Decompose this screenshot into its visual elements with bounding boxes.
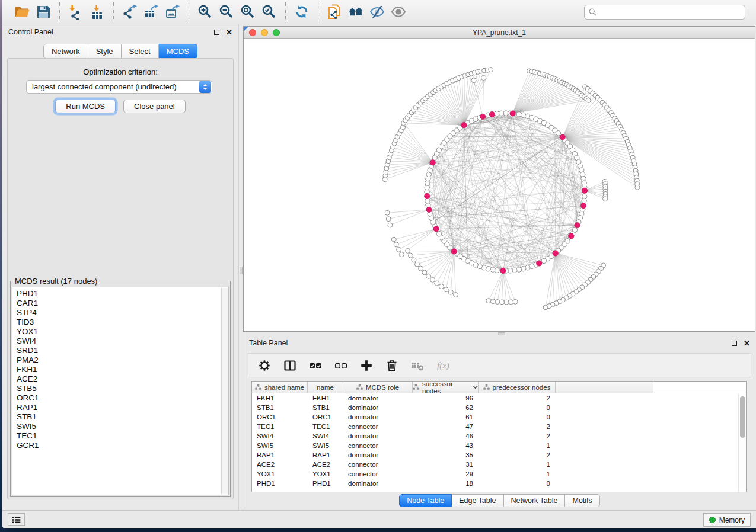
split-pane-button[interactable] <box>282 358 298 373</box>
table-cell[interactable]: dominator <box>343 431 413 441</box>
table-cell[interactable]: dominator <box>343 393 413 403</box>
table-cell[interactable]: FKH1 <box>308 393 343 403</box>
table-cell[interactable]: SWI4 <box>308 431 343 441</box>
search-input[interactable] <box>599 8 745 17</box>
table-cell[interactable] <box>556 469 653 479</box>
mcds-hub-node[interactable] <box>582 188 587 193</box>
mcds-hub-node[interactable] <box>426 207 432 212</box>
table-cell[interactable]: connector <box>343 469 413 479</box>
table-cell[interactable]: 0 <box>479 403 556 412</box>
close-panel-icon[interactable]: ✕ <box>226 28 232 36</box>
mcds-hub-node[interactable] <box>451 249 457 254</box>
mcds-result-item[interactable]: SWI5 <box>17 422 221 431</box>
mcds-result-item[interactable]: STP4 <box>17 308 221 318</box>
table-cell[interactable]: 1 <box>479 441 556 450</box>
table-cell[interactable]: 43 <box>413 441 479 450</box>
tab-network[interactable]: Network <box>43 44 88 59</box>
table-cell[interactable]: PHD1 <box>308 479 343 488</box>
table-cell[interactable]: RAP1 <box>308 450 343 460</box>
table-cell[interactable]: SWI5 <box>252 441 308 450</box>
tab-motifs[interactable]: Motifs <box>565 494 599 507</box>
mcds-hub-node[interactable] <box>461 123 467 128</box>
network-graph[interactable] <box>244 39 755 331</box>
mcds-result-item[interactable]: YOX1 <box>17 327 221 336</box>
mcds-result-list[interactable]: PHD1CAR1STP4TID3YOX1SWI4SRD1PMA2FKH1ACE2… <box>13 288 221 494</box>
table-cell[interactable]: 35 <box>413 450 479 460</box>
mcds-result-item[interactable]: ORC1 <box>17 393 221 403</box>
mcds-result-item[interactable]: CAR1 <box>17 299 221 308</box>
table-cell[interactable] <box>556 422 653 431</box>
network-window-titlebar[interactable]: YPA_prune.txt_1 <box>244 27 755 39</box>
float-panel-icon[interactable] <box>214 30 219 35</box>
mcds-hub-node[interactable] <box>575 223 580 228</box>
hide-details-button[interactable] <box>368 2 387 21</box>
table-cell[interactable]: dominator <box>343 412 413 422</box>
table-scrollbar[interactable] <box>738 394 746 492</box>
mcds-hub-node[interactable] <box>537 261 542 266</box>
optimization-criterion-select[interactable]: largest connected component (undirected) <box>26 80 212 94</box>
column-header-predecessor-nodes[interactable]: predecessor nodes <box>479 382 556 393</box>
table-cell[interactable]: dominator <box>343 450 413 460</box>
table-cell[interactable]: PHD1 <box>252 479 308 488</box>
table-cell[interactable]: TEC1 <box>308 422 343 431</box>
tab-select[interactable]: Select <box>122 44 159 59</box>
zoom-selected-button[interactable] <box>260 2 279 21</box>
trash-button[interactable] <box>384 358 400 373</box>
table-cell[interactable]: SWI5 <box>308 441 343 450</box>
table-cell[interactable]: 46 <box>413 431 479 441</box>
table-cell[interactable]: 1 <box>479 460 556 469</box>
table-cell[interactable]: STB1 <box>308 403 343 412</box>
table-cell[interactable]: SWI4 <box>252 431 308 441</box>
table-cell[interactable]: 0 <box>479 479 556 488</box>
mcds-result-item[interactable]: SWI4 <box>17 336 221 346</box>
table-cell[interactable]: ACE2 <box>308 460 343 469</box>
open-file-button[interactable] <box>12 2 31 21</box>
mcds-hub-node[interactable] <box>430 160 435 165</box>
tab-network-table[interactable]: Network Table <box>504 494 566 507</box>
zoom-fit-button[interactable] <box>238 2 257 21</box>
table-cell[interactable]: connector <box>343 441 413 450</box>
float-table-panel-icon[interactable] <box>732 341 737 346</box>
show-eye-button[interactable] <box>389 2 408 21</box>
mcds-hub-node[interactable] <box>560 134 565 140</box>
table-cell[interactable]: YOX1 <box>308 469 343 479</box>
mcds-result-item[interactable]: PHD1 <box>17 289 221 299</box>
table-cell[interactable]: 1 <box>479 469 556 479</box>
mcds-hub-node[interactable] <box>510 111 515 116</box>
column-header-name[interactable]: name <box>308 382 343 393</box>
refresh-layout-button[interactable] <box>292 2 311 21</box>
mcds-result-item[interactable]: STB5 <box>17 384 221 393</box>
table-cell[interactable]: 2 <box>479 431 556 441</box>
table-cell[interactable]: 96 <box>413 393 479 403</box>
table-cell[interactable] <box>556 431 653 441</box>
table-cell[interactable]: 29 <box>413 469 479 479</box>
column-header-successor-nodes[interactable]: successor nodes <box>413 382 479 393</box>
table-cell[interactable]: 62 <box>413 403 479 412</box>
mcds-result-item[interactable]: ACE2 <box>17 374 221 384</box>
mcds-hub-node[interactable] <box>433 226 439 232</box>
mcds-hub-node[interactable] <box>480 114 486 119</box>
run-mcds-button[interactable]: Run MCDS <box>55 100 116 113</box>
mcds-result-item[interactable]: GCR1 <box>17 441 221 450</box>
column-header-shared-name[interactable]: shared name <box>252 382 308 393</box>
tab-edge-table[interactable]: Edge Table <box>452 494 503 507</box>
mcds-result-item[interactable]: SRD1 <box>17 346 221 355</box>
table-cell[interactable] <box>556 403 653 412</box>
memory-button[interactable]: Memory <box>703 513 751 527</box>
close-panel-button[interactable]: Close panel <box>123 100 186 113</box>
zoom-out-button[interactable] <box>217 2 236 21</box>
vertical-splitter[interactable] <box>238 24 243 510</box>
table-cell[interactable]: ORC1 <box>308 412 343 422</box>
tab-node-table[interactable]: Node Table <box>399 494 452 507</box>
table-cell[interactable]: 47 <box>413 422 479 431</box>
import-network-button[interactable] <box>66 2 85 21</box>
import-table-button[interactable] <box>88 2 107 21</box>
mcds-result-item[interactable]: PMA2 <box>17 355 221 365</box>
clear-checks-button[interactable] <box>333 358 349 373</box>
mcds-result-item[interactable]: FKH1 <box>17 365 221 374</box>
table-cell[interactable] <box>556 441 653 450</box>
table-cell[interactable]: 18 <box>413 479 479 488</box>
export-network-button[interactable] <box>120 2 139 21</box>
mcds-hub-node[interactable] <box>425 193 430 198</box>
splitter-grip-icon[interactable] <box>240 267 243 274</box>
